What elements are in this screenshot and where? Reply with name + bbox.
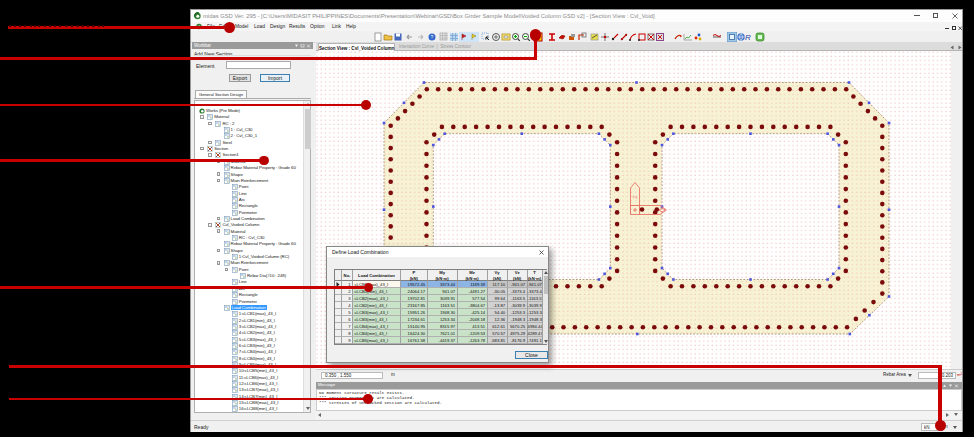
svg-text:?: ? [431,34,434,40]
svg-text:R: R [745,33,751,42]
